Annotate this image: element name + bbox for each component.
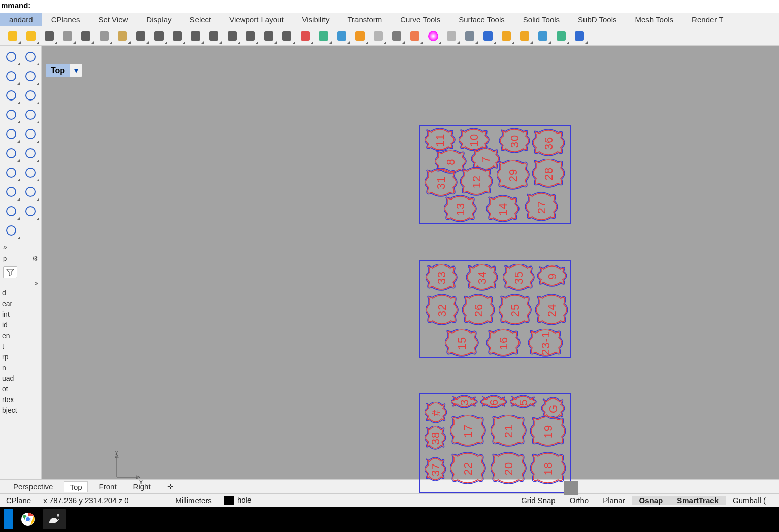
part-26[interactable]: 26 [462, 294, 496, 326]
fillet-icon[interactable] [2, 183, 20, 201]
status-grid-snap[interactable]: Grid Snap [514, 496, 563, 505]
arc-icon[interactable] [21, 67, 40, 85]
array-icon[interactable] [2, 202, 20, 220]
part-22[interactable]: 22 [450, 452, 486, 485]
cplane-icon[interactable] [333, 28, 350, 44]
part-29[interactable]: 29 [497, 160, 530, 190]
options-icon[interactable] [516, 28, 533, 44]
shade-icon[interactable] [406, 28, 424, 44]
cut-icon[interactable] [77, 28, 94, 44]
osnap-t[interactable]: t [1, 341, 40, 352]
osnap-ear[interactable]: ear [1, 298, 40, 309]
windows-start-button[interactable] [4, 509, 13, 529]
part-6[interactable]: 6 [480, 395, 508, 409]
copy-icon[interactable] [95, 28, 113, 44]
command-bar[interactable]: mmand: [0, 0, 779, 12]
box-icon[interactable] [2, 106, 20, 124]
status-osnap[interactable]: Osnap [632, 496, 670, 505]
status-ortho[interactable]: Ortho [563, 496, 596, 505]
part-24[interactable]: 24 [535, 294, 569, 326]
more-tools[interactable]: » [0, 242, 41, 252]
offset-icon[interactable] [21, 183, 40, 201]
rotate-icon[interactable] [169, 28, 186, 44]
add-view-tab[interactable]: ✛ [162, 481, 179, 492]
part-27[interactable]: 27 [525, 192, 559, 222]
menu-curve-tools[interactable]: Curve Tools [391, 13, 449, 26]
explode-icon[interactable] [2, 144, 20, 162]
osnap-int[interactable]: int [1, 309, 40, 320]
status-planar[interactable]: Planar [596, 496, 632, 505]
menu-visibility[interactable]: Visibility [293, 13, 339, 26]
trim-icon[interactable] [2, 163, 20, 182]
osnap-rtex[interactable]: rtex [1, 394, 40, 405]
group-icon[interactable] [21, 202, 40, 220]
part-35[interactable]: 35 [503, 264, 535, 291]
part-19[interactable]: 19 [530, 416, 567, 447]
polyline-icon[interactable] [21, 48, 40, 66]
part-14[interactable]: 14 [486, 195, 520, 223]
pan-icon[interactable] [150, 28, 168, 44]
layers-icon[interactable] [315, 28, 332, 44]
osnap-bject[interactable]: bject [1, 405, 40, 416]
part-25[interactable]: 25 [499, 294, 532, 326]
part-9[interactable]: 9 [537, 265, 568, 287]
part-37[interactable]: 37 [425, 457, 447, 482]
part-32[interactable]: 32 [426, 294, 459, 326]
menu-render-t[interactable]: Render T [683, 13, 732, 26]
part-15[interactable]: 15 [445, 329, 479, 357]
osnap-rp[interactable]: rp [1, 352, 40, 362]
osnap-uad[interactable]: uad [1, 373, 40, 384]
menu-mesh-tools[interactable]: Mesh Tools [626, 13, 683, 26]
part-5[interactable]: 5 [510, 395, 537, 409]
part-21[interactable]: 21 [491, 415, 527, 447]
solid-icon[interactable] [2, 221, 20, 240]
status-units[interactable]: Millimeters [169, 496, 218, 505]
osnap-id[interactable]: id [1, 320, 40, 330]
undo-icon[interactable] [132, 28, 149, 44]
filter-funnel-icon[interactable] [3, 266, 17, 278]
join-icon[interactable] [21, 144, 40, 162]
ghosted-icon[interactable] [461, 28, 478, 44]
menu-subd-tools[interactable]: SubD Tools [569, 13, 626, 26]
menu-cplanes[interactable]: CPlanes [42, 13, 89, 26]
menu-viewport-layout[interactable]: Viewport Layout [220, 13, 293, 26]
cylinder-icon[interactable] [21, 125, 40, 143]
part-20[interactable]: 20 [491, 452, 527, 485]
menu-surface-tools[interactable]: Surface Tools [449, 13, 514, 26]
print-icon[interactable] [41, 28, 58, 44]
part-30[interactable]: 30 [499, 128, 531, 154]
open-icon[interactable] [4, 28, 21, 44]
clipboard-icon[interactable] [59, 28, 76, 44]
part-34[interactable]: 34 [466, 264, 499, 291]
part-18[interactable]: 18 [530, 452, 567, 485]
zoom-icon[interactable] [187, 28, 204, 44]
view-tab-perspective[interactable]: Perspective [8, 481, 58, 492]
part-3[interactable]: 3 [451, 395, 478, 409]
wireframe-icon[interactable] [443, 28, 460, 44]
gear-icon[interactable]: ⚙ [32, 255, 38, 262]
save-icon[interactable] [22, 28, 40, 44]
zoom-window-icon[interactable] [205, 28, 222, 44]
part-#[interactable]: # [425, 402, 448, 424]
properties-icon[interactable] [534, 28, 551, 44]
status-cplane[interactable]: CPlane [0, 496, 37, 505]
render-icon[interactable] [425, 28, 442, 44]
chrome-icon[interactable] [16, 509, 40, 529]
part-17[interactable]: 17 [450, 415, 486, 447]
undo-view-icon[interactable] [260, 28, 277, 44]
menu-select[interactable]: Select [181, 13, 220, 26]
menu-set-view[interactable]: Set View [89, 13, 137, 26]
part-13[interactable]: 13 [444, 195, 477, 223]
status-gumball-[interactable]: Gumball ( [726, 496, 773, 505]
menu-andard[interactable]: andard [0, 13, 42, 26]
viewport-canvas[interactable]: y x 111030368731122928131427 33343593226… [42, 46, 779, 479]
polygon-icon[interactable] [21, 86, 40, 105]
named-view-icon[interactable] [351, 28, 369, 44]
osnap-en[interactable]: en [1, 330, 40, 341]
boolean-icon[interactable] [21, 163, 40, 182]
menu-solid-tools[interactable]: Solid Tools [514, 13, 569, 26]
surface-icon[interactable] [21, 106, 40, 124]
panel-more[interactable]: » [0, 279, 41, 287]
part-23-1[interactable]: 23-1 [528, 329, 564, 357]
rhino-icon[interactable]: 8 [43, 509, 66, 529]
